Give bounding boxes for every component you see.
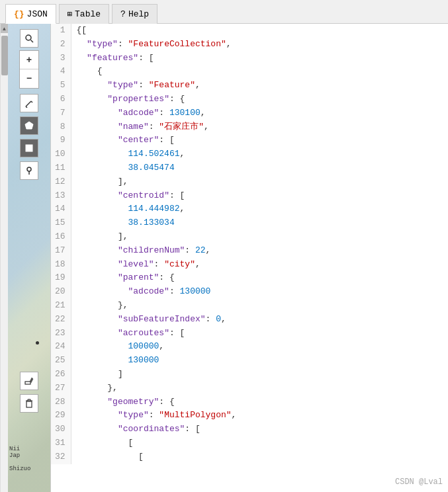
line-content: "coordinates": [ [71,423,448,436]
line-number: 19 [51,271,71,285]
line-content: 114.444982, [71,202,448,216]
line-content: "properties": { [71,93,448,106]
line-number: 5 [51,79,71,93]
table-row: 21 }, [51,299,448,313]
edit-button[interactable] [20,372,38,390]
table-row: 20 "adcode": 130000 [51,285,448,299]
table-row: 16 ], [51,230,448,244]
tab-json-label: JSON [27,9,48,19]
square-button[interactable] [20,139,38,157]
line-content: [ [71,436,448,450]
line-content: "center": [ [71,134,448,147]
line-content: 38.045474 [71,161,448,175]
location-pin-icon [24,166,34,175]
table-row: 27 }, [51,382,448,395]
line-number: 8 [51,120,71,134]
zoom-out-icon: − [26,73,32,84]
line-content: 130000 [71,354,448,368]
svg-rect-6 [26,145,32,151]
svg-line-2 [26,101,31,106]
scroll-thumb[interactable] [1,36,8,75]
line-content: {[ [71,24,448,38]
line-number: 13 [51,189,71,203]
table-row: 7 "adcode": 130100, [51,106,448,120]
table-row: 24 100000, [51,340,448,354]
map-label-nii: Nii [9,446,20,452]
table-row: 10 114.502461, [51,147,448,161]
line-number: 11 [51,161,71,175]
table-row: 2 "type": "FeatureCollection", [51,38,448,52]
zoom-out-button[interactable]: − [20,69,38,88]
zoom-in-button[interactable]: + [20,51,38,69]
line-number: 29 [51,409,71,423]
line-content: [ [71,450,448,464]
line-content: "childrenNum": 22, [71,244,448,258]
svg-point-7 [27,167,31,171]
main-area: ▲ + − [0,24,448,492]
line-content: "name": "石家庄市", [71,120,448,134]
map-panel: + − [8,24,51,492]
scroll-up-arrow[interactable]: ▲ [1,24,9,33]
map-label-shizuo: Shizuo [9,466,30,472]
line-content: "features": [ [71,52,448,65]
svg-rect-10 [26,401,32,407]
tab-help[interactable]: ? Help [112,4,157,24]
table-row: 30 "coordinates": [ [51,423,448,436]
line-number: 18 [51,258,71,272]
table-row: 23 "acroutes": [ [51,327,448,341]
line-number: 17 [51,244,71,258]
line-number: 2 [51,38,71,52]
square-icon [24,144,34,153]
line-number: 3 [51,52,71,65]
tab-help-label: Help [128,9,149,19]
json-tab-icon: {} [14,9,24,19]
line-number: 27 [51,382,71,395]
table-row: 22 "subFeatureIndex": 0, [51,313,448,327]
table-row: 12 ], [51,175,448,189]
table-row: 19 "parent": { [51,271,448,285]
line-content: 100000, [71,340,448,354]
map-search-button[interactable] [20,29,38,48]
line-content: 38.133034 [71,216,448,230]
table-row: 9 "center": [ [51,134,448,147]
line-number: 4 [51,65,71,79]
line-content: "type": "FeatureCollection", [71,38,448,52]
table-row: 25 130000 [51,354,448,368]
line-number: 22 [51,313,71,327]
tab-table[interactable]: ⊞ Table [59,4,109,24]
tab-json[interactable]: {} JSON [5,4,56,24]
map-location-dot [36,341,39,345]
table-row: 1{[ [51,24,448,38]
line-content: "level": "city", [71,258,448,272]
line-number: 14 [51,202,71,216]
code-scroll-area[interactable]: 1{[2 "type": "FeatureCollection",3 "feat… [51,24,448,492]
map-label-jap: Jap [9,452,20,459]
table-row: 6 "properties": { [51,93,448,106]
table-row: 29 "type": "MultiPolygon", [51,409,448,423]
svg-point-0 [26,35,31,40]
table-row: 3 "features": [ [51,52,448,65]
scroll-track[interactable]: ▲ [0,24,8,492]
line-number: 7 [51,106,71,120]
toolbar: {} JSON ⊞ Table ? Help [0,0,448,24]
table-row: 26 ] [51,368,448,382]
table-row: 5 "type": "Feature", [51,79,448,93]
line-number: 23 [51,327,71,341]
table-row: 8 "name": "石家庄市", [51,120,448,134]
line-number: 15 [51,216,71,230]
delete-button[interactable] [20,394,38,413]
svg-line-3 [31,101,32,102]
line-content: "parent": { [71,271,448,285]
table-row: 18 "level": "city", [51,258,448,272]
code-panel: 1{[2 "type": "FeatureCollection",3 "feat… [51,24,448,492]
line-content: { [71,65,448,79]
line-content: "subFeatureIndex": 0, [71,313,448,327]
location-button[interactable] [20,161,38,180]
search-icon [24,34,34,43]
line-content: "centroid": [ [71,189,448,203]
draw-line-button[interactable] [20,94,38,112]
line-number: 30 [51,423,71,436]
shape-button[interactable] [20,116,38,135]
table-row: 17 "childrenNum": 22, [51,244,448,258]
line-content: ] [71,368,448,382]
